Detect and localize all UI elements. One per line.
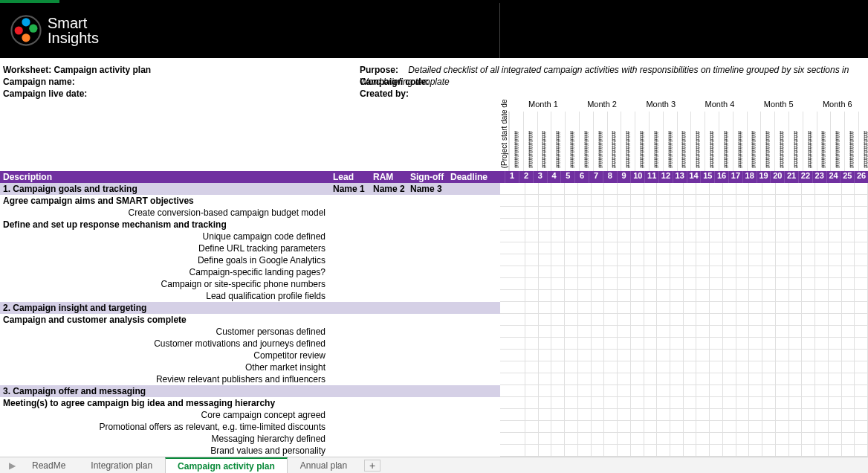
grid-cell[interactable] — [525, 302, 539, 314]
grid-cell[interactable] — [749, 326, 762, 338]
grid-cell[interactable] — [710, 302, 723, 314]
grid-cell[interactable] — [829, 361, 842, 373]
grid-cell[interactable] — [736, 195, 750, 207]
row-signoff[interactable]: Name 3 — [407, 184, 447, 194]
grid-cell[interactable] — [802, 278, 815, 290]
grid-cell[interactable] — [565, 278, 578, 290]
row-description[interactable]: Campaign-specific landing pages? — [0, 267, 330, 277]
grid-cell[interactable] — [551, 278, 565, 290]
grid-cell[interactable] — [829, 302, 842, 314]
grid-cell[interactable] — [776, 445, 789, 457]
grid-cell[interactable] — [670, 361, 684, 373]
grid-cell[interactable] — [604, 397, 618, 409]
grid-cell[interactable] — [842, 326, 855, 338]
grid-cell[interactable] — [762, 207, 776, 219]
grid-cell[interactable] — [631, 433, 644, 445]
grid-cell[interactable] — [776, 338, 789, 350]
grid-cell[interactable] — [855, 421, 868, 433]
grid-cell[interactable] — [802, 314, 815, 326]
grid-cell[interactable] — [551, 385, 565, 397]
grid-cell[interactable] — [578, 326, 592, 338]
grid-cell[interactable] — [578, 219, 592, 231]
row-lead[interactable]: Name 1 — [330, 184, 370, 194]
grid-cell[interactable] — [749, 421, 762, 433]
grid-cell[interactable] — [565, 421, 578, 433]
grid-cell[interactable] — [539, 350, 552, 361]
grid-cell[interactable] — [723, 338, 736, 350]
grid-cell[interactable] — [565, 409, 578, 421]
grid-cell[interactable] — [723, 254, 736, 266]
grid-cell[interactable] — [657, 350, 670, 361]
grid-cell[interactable] — [644, 266, 658, 278]
grid-cell[interactable] — [578, 231, 592, 242]
grid-cell[interactable] — [604, 361, 618, 373]
grid-cell[interactable] — [855, 397, 868, 409]
grid-cell[interactable] — [500, 409, 525, 421]
grid-cell[interactable] — [696, 242, 710, 254]
grid-cell[interactable] — [684, 266, 697, 278]
grid-cell[interactable] — [802, 433, 815, 445]
grid-cell[interactable] — [684, 302, 697, 314]
grid-cell[interactable] — [776, 183, 789, 195]
grid-cell[interactable] — [842, 338, 855, 350]
grid-cell[interactable] — [776, 302, 789, 314]
grid-cell[interactable] — [749, 266, 762, 278]
grid-cell[interactable] — [684, 231, 697, 242]
grid-cell[interactable] — [696, 421, 710, 433]
grid-cell[interactable] — [736, 254, 750, 266]
grid-cell[interactable] — [525, 254, 539, 266]
grid-cell[interactable] — [500, 302, 525, 314]
grid-cell[interactable] — [762, 254, 776, 266]
grid-cell[interactable] — [657, 302, 670, 314]
grid-cell[interactable] — [551, 302, 565, 314]
grid-cell[interactable] — [762, 195, 776, 207]
grid-cell[interactable] — [829, 385, 842, 397]
grid-cell[interactable] — [631, 409, 644, 421]
grid-cell[interactable] — [592, 231, 605, 242]
grid-cell[interactable] — [829, 195, 842, 207]
grid-cell[interactable] — [855, 219, 868, 231]
grid-cell[interactable] — [749, 207, 762, 219]
grid-cell[interactable] — [789, 338, 803, 350]
grid-cell[interactable] — [736, 207, 750, 219]
grid-cell[interactable] — [736, 421, 750, 433]
row-description[interactable]: 3. Campaign offer and messaging — [0, 386, 330, 396]
grid-cell[interactable] — [592, 302, 605, 314]
grid-cell[interactable] — [696, 397, 710, 409]
row-description[interactable]: Define and set up response mechanism and… — [0, 219, 330, 230]
grid-cell[interactable] — [604, 195, 618, 207]
grid-cell[interactable] — [670, 326, 684, 338]
grid-cell[interactable] — [802, 254, 815, 266]
grid-cell[interactable] — [829, 242, 842, 254]
grid-cell[interactable] — [855, 373, 868, 385]
grid-cell[interactable] — [696, 207, 710, 219]
grid-cell[interactable] — [736, 385, 750, 397]
grid-cell[interactable] — [592, 290, 605, 302]
grid-cell[interactable] — [525, 338, 539, 350]
grid-cell[interactable] — [551, 231, 565, 242]
grid-cell[interactable] — [525, 195, 539, 207]
grid-cell[interactable] — [631, 290, 644, 302]
grid-cell[interactable] — [631, 350, 644, 361]
grid-cell[interactable] — [684, 326, 697, 338]
row-description[interactable]: Promotional offers as relevant, e.g. tim… — [0, 422, 330, 432]
grid-cell[interactable] — [789, 302, 803, 314]
grid-cell[interactable] — [710, 373, 723, 385]
grid-cell[interactable] — [842, 385, 855, 397]
grid-cell[interactable] — [736, 302, 750, 314]
grid-cell[interactable] — [644, 445, 658, 457]
grid-cell[interactable] — [802, 183, 815, 195]
grid-cell[interactable] — [684, 338, 697, 350]
grid-cell[interactable] — [631, 183, 644, 195]
grid-cell[interactable] — [644, 338, 658, 350]
grid-cell[interactable] — [829, 326, 842, 338]
grid-cell[interactable] — [815, 231, 829, 242]
grid-cell[interactable] — [618, 231, 631, 242]
grid-cell[interactable] — [815, 445, 829, 457]
grid-cell[interactable] — [500, 314, 525, 326]
grid-cell[interactable] — [749, 219, 762, 231]
grid-cell[interactable] — [592, 326, 605, 338]
grid-cell[interactable] — [684, 433, 697, 445]
grid-cell[interactable] — [684, 445, 697, 457]
grid-cell[interactable] — [815, 290, 829, 302]
